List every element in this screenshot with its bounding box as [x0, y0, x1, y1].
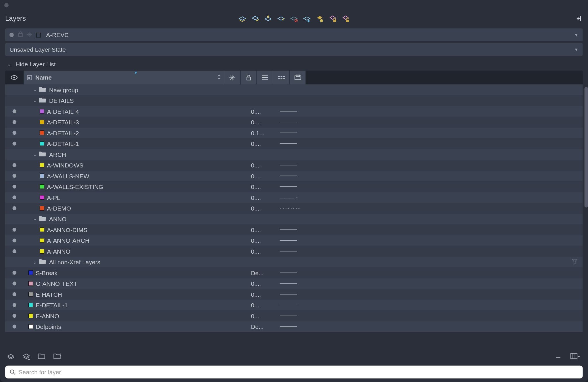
chevron-down-icon[interactable]: ⌄ — [31, 152, 39, 157]
visibility-dot-icon[interactable] — [12, 281, 16, 285]
column-visibility-icon[interactable] — [5, 74, 23, 81]
layer-color-swatch[interactable] — [28, 292, 33, 296]
layer-color-swatch[interactable] — [40, 120, 44, 124]
layer-off-icon[interactable] — [290, 14, 298, 23]
layer-row[interactable]: A-ANNO-ARCH0.... — [5, 235, 583, 246]
layer-row[interactable]: A-DEMO0....············· — [5, 203, 583, 213]
layer-edit-icon[interactable] — [277, 14, 285, 23]
layer-row[interactable]: ⌄ARCH — [5, 149, 583, 160]
visibility-dot-icon[interactable] — [12, 325, 16, 328]
layer-check-icon[interactable] — [251, 14, 260, 23]
panel-title: Layers — [5, 15, 26, 22]
visibility-dot-icon[interactable] — [12, 238, 16, 242]
layer-row[interactable]: ⌄ANNO — [5, 214, 583, 224]
chevron-down-icon[interactable]: ⌄ — [31, 98, 39, 103]
columns-menu-icon[interactable] — [570, 352, 581, 360]
layer-row[interactable]: A-DETAIL-40.... — [5, 106, 583, 117]
layer-state-dropdown[interactable]: Unsaved Layer State ▼ — [5, 43, 583, 56]
layer-row[interactable]: DefpointsDe... — [5, 321, 583, 332]
visibility-dot-icon[interactable] — [12, 271, 16, 275]
filter-icon[interactable] — [572, 258, 578, 265]
layer-row[interactable]: E-ANNO0.... — [5, 310, 583, 321]
visibility-dot-icon[interactable] — [12, 249, 16, 253]
visibility-dot-icon[interactable] — [12, 131, 16, 135]
layer-color-swatch[interactable] — [28, 281, 33, 286]
layer-lock-icon[interactable] — [328, 14, 337, 23]
layer-color-swatch[interactable] — [40, 173, 44, 178]
search-input[interactable] — [16, 366, 578, 379]
layer-row[interactable]: A-DETAIL-10.... — [5, 138, 583, 149]
layer-color-swatch[interactable] — [40, 249, 44, 253]
layer-list[interactable]: ⌄New group⌄DETAILSA-DETAIL-40....A-DETAI… — [5, 84, 583, 343]
lineweight-value: 0.... — [251, 312, 270, 319]
layer-color-swatch[interactable] — [40, 184, 44, 189]
layer-stack-icon[interactable] — [238, 14, 247, 23]
dock-panel-icon[interactable] — [574, 14, 583, 23]
layer-color-swatch[interactable] — [28, 313, 33, 318]
chevron-down-icon[interactable]: ⌄ — [31, 87, 39, 92]
layer-row[interactable]: E-HATCH0.... — [5, 289, 583, 300]
visibility-dot-icon[interactable] — [12, 196, 16, 199]
layer-unlock-icon[interactable] — [341, 14, 350, 23]
layer-search[interactable] — [5, 366, 583, 379]
layer-color-swatch[interactable] — [28, 324, 33, 329]
layer-color-swatch[interactable] — [40, 238, 44, 243]
visibility-dot-icon[interactable] — [12, 303, 16, 307]
chevron-right-icon[interactable]: › — [31, 259, 39, 265]
layer-row[interactable]: S-BreakDe... — [5, 267, 583, 278]
layer-row[interactable]: A-WALLS-NEW0.... — [5, 171, 583, 181]
visibility-dot-icon[interactable] — [12, 314, 16, 318]
column-linetype-icon[interactable] — [273, 71, 289, 84]
layer-row[interactable]: A-PL0....——— - — [5, 192, 583, 203]
new-layer-state-icon[interactable] — [22, 352, 30, 360]
layer-color-swatch[interactable] — [40, 227, 44, 232]
visibility-dot-icon[interactable] — [12, 109, 16, 113]
layer-row[interactable]: A-DETAIL-20.1... — [5, 128, 583, 138]
layer-color-swatch[interactable] — [40, 141, 44, 146]
visibility-dot-icon[interactable] — [12, 163, 16, 167]
visibility-dot-icon[interactable] — [12, 174, 16, 178]
visibility-dot-icon[interactable] — [12, 228, 16, 231]
layer-row[interactable]: E-DETAIL-10.... — [5, 300, 583, 310]
layer-color-swatch[interactable] — [40, 206, 44, 211]
layer-row[interactable]: ›All non-Xref Layers — [5, 256, 583, 267]
layer-color-swatch[interactable] — [40, 195, 44, 200]
layer-name: A-WALLS-NEW — [44, 172, 89, 179]
layer-row[interactable]: ⌄New group — [5, 84, 583, 95]
layer-row[interactable]: G-ANNO-TEXT0.... — [5, 278, 583, 289]
open-folder-arrow-icon[interactable] — [53, 352, 61, 360]
column-name-header[interactable]: Name ▼ — [23, 71, 224, 84]
hide-layer-list-toggle[interactable]: ⌄ Hide Layer List — [0, 58, 588, 71]
layer-row[interactable]: A-ANNO-DIMS0.... — [5, 224, 583, 235]
column-lineweight-icon[interactable] — [256, 71, 273, 84]
layer-row[interactable]: ⌄DETAILS — [5, 95, 583, 106]
layer-color-swatch[interactable] — [40, 163, 44, 167]
column-plot-icon[interactable] — [289, 71, 305, 84]
visibility-dot-icon[interactable] — [12, 142, 16, 145]
layer-freeze-icon[interactable] — [303, 14, 311, 23]
folder-icon — [39, 97, 47, 104]
layer-bulb-icon[interactable] — [316, 14, 324, 23]
visibility-dot-icon[interactable] — [12, 292, 16, 296]
current-layer-dropdown[interactable]: A-REVC ▼ — [5, 28, 583, 41]
layer-color-swatch[interactable] — [40, 109, 44, 113]
scrollbar-thumb[interactable] — [585, 87, 588, 208]
chevron-down-icon[interactable]: ⌄ — [31, 216, 39, 221]
layer-color-swatch[interactable] — [28, 270, 33, 275]
layer-row[interactable]: A-ANNO0.... — [5, 246, 583, 256]
column-freeze-icon[interactable] — [224, 71, 240, 84]
visibility-dot-icon[interactable] — [12, 120, 16, 124]
layer-color-swatch[interactable] — [40, 130, 44, 135]
layer-color-swatch[interactable] — [28, 303, 33, 307]
lineweight-value: 0.... — [251, 280, 270, 287]
new-layer-icon[interactable] — [7, 352, 15, 360]
visibility-dot-icon[interactable] — [12, 206, 16, 210]
layer-row[interactable]: A-DETAIL-30.... — [5, 117, 583, 127]
visibility-dot-icon[interactable] — [12, 185, 16, 188]
layer-row[interactable]: A-WINDOWS0.... — [5, 160, 583, 170]
layer-up-icon[interactable] — [264, 14, 272, 23]
open-folder-icon[interactable] — [38, 352, 46, 360]
column-lock-icon[interactable] — [240, 71, 256, 84]
layer-row[interactable]: A-WALLS-EXISTING0.... — [5, 181, 583, 192]
minimize-icon[interactable] — [554, 352, 562, 360]
